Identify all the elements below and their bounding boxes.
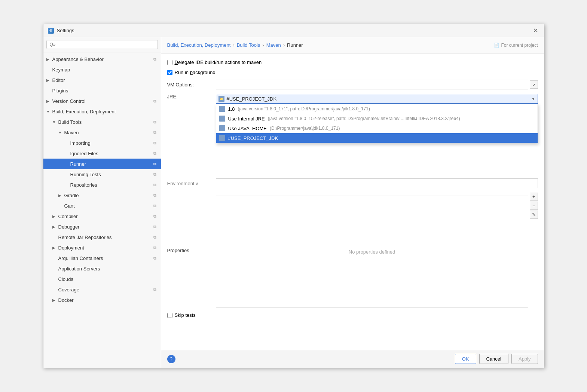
search-input[interactable] [46,40,158,49]
apply-button[interactable]: Apply [511,354,538,364]
jre-option-1.8[interactable]: 1.8(java version "1.8.0_171", path: D:/P… [216,104,538,114]
sidebar-item-build-exec-deploy[interactable]: ▼Build, Execution, Deployment [43,106,161,117]
copy-icon-compiler: ⧉ [152,213,158,219]
breadcrumb-build[interactable]: Build, Execution, Deployment [167,42,231,48]
jre-option-name: #USE_PROJECT_JDK [228,135,278,141]
copy-icon-maven: ⧉ [152,129,158,135]
sidebar-item-running-tests[interactable]: Running Tests⧉ [43,169,161,180]
copy-icon-gradle: ⧉ [152,192,158,198]
sidebar-item-coverage[interactable]: Coverage⧉ [43,284,161,295]
copy-icon-remote-jar: ⧉ [152,234,158,240]
sidebar-item-app-servers[interactable]: Application Servers [43,263,161,274]
sidebar-item-plugins[interactable]: Plugins [43,85,161,96]
jre-option-use-java_home[interactable]: Use JAVA_HOME(D:\Programmer\java\jdk1.8.… [216,123,538,133]
sidebar-item-importing[interactable]: Importing⧉ [43,138,161,148]
sidebar-item-deployment[interactable]: ▶Deployment⧉ [43,242,161,253]
sidebar-label-appearance: Appearance & Behavior [52,56,152,62]
jre-option-detail: (java version "1.8.0_171", path: D:/Prog… [238,106,370,111]
copy-icon-version-control: ⧉ [152,98,158,104]
jre-option-name: Use Internal JRE [228,116,265,122]
sidebar-item-maven[interactable]: ▼Maven⧉ [43,127,161,138]
remove-property-button[interactable]: − [530,202,538,210]
sidebar-label-gradle: Gradle [64,193,152,198]
breadcrumb-maven[interactable]: Maven [266,42,281,48]
sidebar-item-arquillian[interactable]: Arquillian Containers⧉ [43,253,161,263]
sidebar-tree: ▶Appearance & Behavior⧉Keymap▶EditorPlug… [43,52,161,368]
copy-icon-gant: ⧉ [152,203,158,209]
edit-property-button[interactable]: ✎ [530,211,538,219]
sidebar-item-repositories[interactable]: Repositories⧉ [43,180,161,190]
help-button[interactable]: ? [167,355,175,363]
delegate-label[interactable]: Delegate IDE build/run actions to maven [167,59,262,65]
skip-tests-checkbox[interactable] [167,313,172,318]
sidebar-label-plugins: Plugins [52,88,158,94]
sidebar-item-editor[interactable]: ▶Editor [43,75,161,85]
sidebar-label-debugger: Debugger [58,224,152,230]
tree-arrow-gradle: ▶ [58,193,64,197]
copy-icon-coverage: ⧉ [152,287,158,293]
sidebar-item-runner[interactable]: Runner⧉ [43,159,161,169]
env-vars-input-container [216,178,538,188]
tree-arrow-maven: ▼ [58,131,64,135]
vm-options-expand-button[interactable]: ⤢ [530,80,538,89]
ok-button[interactable]: OK [455,354,476,364]
tree-arrow-appearance: ▶ [46,57,52,61]
sidebar-label-arquillian: Arquillian Containers [58,255,152,261]
skip-tests-row: Skip tests [167,312,538,318]
background-label[interactable]: Run in background [167,70,215,75]
copy-icon-debugger: ⧉ [152,224,158,230]
main-content: ▶Appearance & Behavior⧉Keymap▶EditorPlug… [43,37,544,368]
jre-option-icon [219,116,225,122]
sidebar-item-debugger[interactable]: ▶Debugger⧉ [43,221,161,232]
jre-option-#use_project_jdk[interactable]: #USE_PROJECT_JDK [216,133,538,143]
copy-icon-importing: ⧉ [152,140,158,146]
right-panel: Build, Execution, Deployment › Build Too… [161,37,544,368]
sidebar-item-compiler[interactable]: ▶Compiler⧉ [43,211,161,221]
env-vars-label: Environment v [167,181,216,186]
sidebar-label-remote-jar: Remote Jar Repositories [58,235,152,240]
sidebar-item-ignored-files[interactable]: Ignored Files⧉ [43,148,161,159]
sidebar-item-docker[interactable]: ▶Docker [43,295,161,305]
copy-icon-build-tools: ⧉ [152,119,158,125]
jdk-folder-icon: 📁 [218,96,224,102]
sidebar-label-build-exec-deploy: Build, Execution, Deployment [52,109,158,114]
jre-option-use-internal-jre[interactable]: Use Internal JRE(java version "1.8.0_152… [216,114,538,123]
sidebar-item-gradle[interactable]: ▶Gradle⧉ [43,190,161,200]
jre-dropdown-selected[interactable]: 📁 #USE_PROJECT_JDK ▼ [216,94,538,104]
cancel-button[interactable]: Cancel [479,354,508,364]
jre-option-detail: (D:\Programmer\java\jdk1.8.0_171) [270,126,340,131]
jre-option-name: Use JAVA_HOME [228,126,267,131]
sidebar-label-deployment: Deployment [58,245,152,251]
copy-icon-running-tests: ⧉ [152,171,158,177]
copy-icon-ignored-files: ⧉ [152,150,158,156]
sidebar-label-repositories: Repositories [70,182,152,188]
breadcrumb-bar: Build, Execution, Deployment › Build Too… [161,37,544,53]
sidebar-label-keymap: Keymap [52,67,158,73]
sidebar-item-clouds[interactable]: Clouds [43,274,161,284]
jre-option-detail: (java version "1.8.0_152-release", path:… [268,116,460,121]
vm-options-input[interactable] [216,80,528,89]
skip-tests-text: Skip tests [175,312,196,318]
breadcrumb-build-tools[interactable]: Build Tools [237,42,260,48]
background-checkbox[interactable] [167,70,172,75]
sidebar-item-keymap[interactable]: Keymap [43,64,161,75]
sidebar-label-editor: Editor [52,77,158,83]
add-property-button[interactable]: + [530,193,538,201]
skip-tests-label[interactable]: Skip tests [167,312,196,318]
sidebar-item-build-tools[interactable]: ▼Build Tools⧉ [43,117,161,127]
delegate-checkbox[interactable] [167,60,172,65]
env-vars-input[interactable] [216,178,538,188]
copy-icon-appearance: ⧉ [152,56,158,62]
title-bar: ⚙ Settings ✕ [43,24,544,37]
sidebar-label-running-tests: Running Tests [70,172,152,177]
sidebar-item-appearance[interactable]: ▶Appearance & Behavior⧉ [43,54,161,64]
sidebar-label-coverage: Coverage [58,287,152,293]
close-button[interactable]: ✕ [532,27,539,34]
breadcrumb-sep-3: › [283,42,285,48]
for-current-project-link[interactable]: 📄 For current project [494,43,538,48]
sidebar-item-version-control[interactable]: ▶Version Control⧉ [43,96,161,106]
sidebar-item-gant[interactable]: Gant⧉ [43,200,161,211]
properties-row: Properties No properties defined + − ✎ [167,193,538,308]
sidebar-item-remote-jar[interactable]: Remote Jar Repositories⧉ [43,232,161,242]
tree-arrow-build-tools: ▼ [52,120,58,124]
